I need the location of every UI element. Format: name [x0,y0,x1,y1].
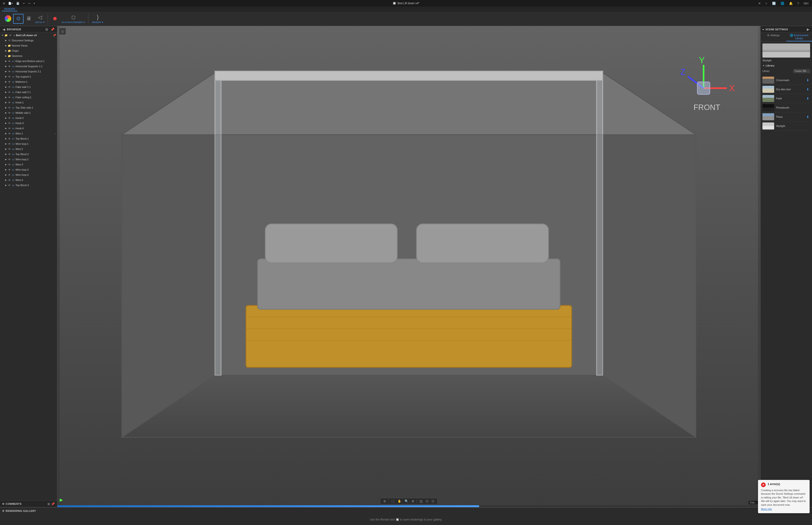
wire1-eye[interactable]: 👁 [7,132,11,135]
scene-settings-item[interactable]: 🖥 [24,14,33,23]
undo-button[interactable]: ↩ [22,1,26,5]
fakewall2-eye[interactable]: 👁 [7,90,11,94]
viewport[interactable]: X Y Z FRONT ⌂ ▶ Elap... [57,26,760,507]
env-item-drylakebed[interactable]: Dry lake bed ⬇ [763,85,810,94]
app-menu-button[interactable]: ⊞ [2,1,6,5]
sync-button[interactable]: 🔄 [771,1,777,6]
env-item-field[interactable]: Field ⬇ [763,94,810,103]
more-button[interactable]: ▾ [33,1,36,5]
in-canvas-render-item[interactable]: ⏺ [50,14,60,23]
vbt-orbit-button[interactable]: ⊙ [411,499,415,504]
wireloop3-eye[interactable]: 👁 [7,168,11,171]
denoiser-item[interactable]: ◁ SETUP ▼ [34,13,46,25]
tree-item-fake-wall-1[interactable]: ▶ 👁 ▭ Fake wall 1:1 [0,84,57,90]
tree-item-top-block1[interactable]: ▶ 👁 ▭ Top Block:1 [0,136,57,141]
root-eye-icon[interactable]: 👁 [9,33,12,37]
env-item-crossroads[interactable]: Crossroads ⬇ [763,76,810,85]
tree-item-wire2[interactable]: ▶ 👁 ▭ Wire:2 [0,146,57,152]
render-settings-item[interactable] [3,14,13,23]
tree-item-top-support[interactable]: ▶ 👁 ▭ Top support:1 [0,74,57,79]
tree-item-wire-loop3[interactable]: ▶ 👁 ▭ Wire loop:3 [0,167,57,172]
tree-item-wire1[interactable]: ▶ 👁 ▭ Wire:1 ○ [0,131,57,136]
edge-bottom-eye[interactable]: 👁 [7,59,11,63]
comments-pin-button[interactable]: 📌 [51,502,55,506]
tree-item-wire3[interactable]: ▶ 👁 ▭ Wire:3 [0,162,57,167]
file-button[interactable]: 📄▾ [7,1,14,5]
wire2-eye[interactable]: 👁 [7,147,11,151]
tree-item-wire-loop2[interactable]: ▶ 👁 ▭ Wire loop:2 [0,157,57,162]
browser-pin-button[interactable]: 📌 [50,28,55,31]
tree-item-sketches[interactable]: ▶ 📁 Sketches [0,53,57,59]
tree-item-edge-bottom[interactable]: ▶ 👁 ▭ Edge and Bottom piece:1 [0,59,57,64]
wireloop2-eye[interactable]: 👁 [7,158,11,161]
redo-button[interactable]: ↪ [27,1,31,5]
tree-item-hook3[interactable]: ▶ 👁 ▭ Hook:3 [0,121,57,126]
hook3-eye[interactable]: 👁 [7,121,11,125]
tree-item-fake-wall-2[interactable]: ▶ 👁 ▭ Fake wall 2:1 [0,90,57,95]
view-home-button[interactable]: ⌂ [59,28,66,34]
save-button[interactable]: 💾 [15,1,20,5]
vbt-pan-button[interactable]: ✋ [396,499,402,504]
hook1-eye[interactable]: 👁 [7,101,11,104]
wire4-eye[interactable]: 👁 [7,178,11,182]
tree-item-named-views[interactable]: ▶ 📁 Named Views [0,43,57,48]
user-avatar[interactable]: MH [802,1,810,6]
topsupport-eye[interactable]: 👁 [7,75,11,78]
topblock3-eye[interactable]: 👁 [7,183,11,187]
post-process-item[interactable]: ⬡ IN-CANVAS RENDER ▼ [60,13,87,25]
ss-tab-environment-library[interactable]: 🌐 Environment Library [786,33,812,41]
env-item-skylight[interactable]: Skylight [763,121,810,131]
tree-item-hook1[interactable]: ▶ 👁 ▭ Hook:1 [0,100,57,105]
tree-item-middle-rails[interactable]: ▶ 👁 ▭ Middle rails:1 [0,110,57,115]
topblock1-eye[interactable]: 👁 [7,137,11,140]
comments-options-button[interactable]: ⊞ [47,502,50,506]
fakeceil-eye[interactable]: 👁 [7,95,11,99]
ss-tab-settings[interactable]: ⚙ Settings [761,33,786,41]
vbt-camera-button[interactable]: ⊙ [382,499,387,504]
tree-item-hook4[interactable]: ▶ 👁 ▭ Hook:4 [0,126,57,131]
browser-collapse-button[interactable]: ◀ [2,28,6,31]
render-item[interactable]: ⊙ [13,14,24,24]
env-item-photobooth[interactable]: Photobooth [763,103,810,112]
hook2-eye[interactable]: 👁 [7,116,11,120]
tree-item-wire4[interactable]: ▶ 👁 ▭ Wire:4 [0,177,57,183]
tree-item-mattress[interactable]: ▶ 👁 ▭ Mattress:1 [0,79,57,84]
wireloop4-eye[interactable]: 👁 [7,173,11,177]
vbt-display-mode-button[interactable]: ◫ [418,499,424,504]
tab-render[interactable]: RENDER [2,7,17,11]
tree-item-wire-loop1[interactable]: ▶ 👁 ▭ Wire loop:1 [0,141,57,146]
env-download-crossroads[interactable]: ⬇ [806,78,810,82]
library-section-header[interactable]: ▼ Library [763,64,810,67]
tree-item-top-block3[interactable]: ▶ 👁 ▭ Top Block:3 [0,183,57,188]
fakewall1-eye[interactable]: 👁 [7,85,11,89]
wire3-eye[interactable]: 👁 [7,163,11,166]
play-button[interactable]: ▶ [60,497,63,502]
library-dropdown[interactable]: Fusion 360 ... [794,69,810,73]
tree-root-item[interactable]: ▼ 📁 👁 ● Bed Lift down v4 📌 [0,33,57,38]
vbt-zoom-button[interactable]: 🔍 [403,499,410,504]
hook4-eye[interactable]: 👁 [7,126,11,130]
tree-item-fake-ceiling[interactable]: ▶ 👁 ▭ Fake ceiling:1 [0,95,57,100]
tree-item-document-settings[interactable]: ▶ ⚙ Document Settings [0,38,57,43]
tree-item-origin[interactable]: ▶ 📁 Origin [0,48,57,53]
env-download-drylakebed[interactable]: ⬇ [806,87,810,91]
tree-item-hook2[interactable]: ▶ 👁 ▭ Hook:2 [0,115,57,121]
globe-button[interactable]: 🌐 [779,1,785,6]
topside-eye[interactable]: 👁 [7,106,11,109]
tree-item-horiz-suports-2[interactable]: ▶ 👁 ▭ Horizontal Suports 2:1 [0,69,57,74]
vbt-grid-button[interactable]: ⬡ [425,499,429,504]
render-action-item[interactable]: ⟩ RENDER ▼ [91,13,105,25]
tree-item-top-block2[interactable]: ▶ 👁 ▭ Top Block:2 [0,152,57,157]
new-tab-button[interactable]: + [764,1,768,6]
tree-item-horiz-supports-1[interactable]: ▶ 👁 ▭ Horizontal Supports 1:1 [0,64,57,69]
notification-button[interactable]: 🔔 [788,1,794,6]
vbt-settings-button[interactable]: ⬡ [430,499,435,504]
env-download-plaza[interactable]: ⬇ [806,115,810,119]
wireloop1-eye[interactable]: 👁 [7,142,11,146]
midrails-eye[interactable]: 👁 [7,111,11,115]
horiz2-eye[interactable]: 👁 [7,70,11,73]
horiz1-eye[interactable]: 👁 [7,64,11,68]
browser-options-button[interactable]: ⊞ [45,28,49,31]
vbt-select-button[interactable]: ⬚ [390,499,395,504]
close-tab-button[interactable]: ✕ [757,1,762,6]
